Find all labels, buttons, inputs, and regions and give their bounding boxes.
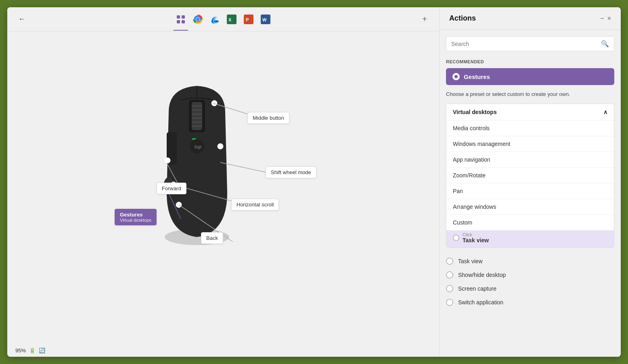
svg-text:logi: logi (195, 144, 202, 149)
tab-icons: X P W (174, 12, 273, 27)
search-icon: 🔍 (601, 40, 609, 48)
dropdown-item-arrange[interactable]: Arrange windows (446, 199, 614, 215)
tab-word[interactable]: W (258, 12, 273, 27)
dropdown-item-custom[interactable]: Custom (446, 215, 614, 231)
svg-rect-2 (177, 20, 180, 23)
label-forward[interactable]: Forward (157, 183, 186, 194)
task-view-radio (453, 235, 459, 241)
tab-edge[interactable] (207, 12, 222, 27)
dropdown-item-zoom[interactable]: Zoom/Rotate (446, 168, 614, 183)
tab-excel[interactable]: X (224, 12, 239, 27)
radio-options: Task view Show/hide desktop Screen captu… (446, 254, 614, 309)
panel-title: Actions (449, 14, 476, 23)
task-view-small-label: Click (463, 232, 489, 237)
svg-rect-15 (167, 132, 177, 164)
left-panel: ← (7, 7, 439, 357)
tab-chrome[interactable] (190, 12, 205, 27)
svg-line-42 (167, 191, 181, 219)
window-controls: − × (600, 15, 611, 22)
mouse-diagram: logi (7, 31, 439, 344)
svg-point-7 (214, 20, 219, 23)
dropdown-container: Virtual desktops ∧ Media controls Window… (446, 104, 614, 248)
add-tab-button[interactable]: + (418, 13, 431, 26)
svg-text:W: W (262, 17, 267, 22)
close-button[interactable]: × (607, 15, 611, 22)
label-back[interactable]: Back (201, 232, 223, 244)
minimize-button[interactable]: − (600, 15, 604, 22)
dropdown-items: Media controls Windows management App na… (446, 120, 614, 248)
svg-point-25 (190, 139, 204, 154)
tab-grid[interactable] (174, 12, 188, 27)
dropdown-item-media[interactable]: Media controls (446, 121, 614, 136)
panel-header: Actions − × (440, 7, 621, 30)
dropdown-item-task-view-highlighted[interactable]: Click Task view (446, 231, 614, 248)
search-input[interactable] (451, 41, 601, 47)
mouse-area: logi (7, 31, 439, 344)
radio-screen-capture[interactable]: Screen capture (446, 282, 614, 295)
radio-switch-app[interactable]: Switch application (446, 295, 614, 309)
svg-rect-17 (192, 102, 202, 130)
status-bar: 95% 🔋 🔄 (7, 344, 439, 357)
radio-show-hide[interactable]: Show/hide desktop (446, 268, 614, 282)
search-box: 🔍 (446, 36, 614, 51)
radio-task-view[interactable]: Task view (446, 254, 614, 268)
svg-point-33 (218, 144, 223, 149)
svg-text:X: X (228, 17, 232, 22)
sync-icon: 🔄 (39, 347, 45, 354)
recommended-label: RECOMMENDED (446, 59, 614, 64)
dropdown-item-pan[interactable]: Pan (446, 183, 614, 199)
svg-rect-16 (189, 100, 205, 132)
battery-icon: 🔋 (29, 347, 36, 354)
panel-content: 🔍 RECOMMENDED Gestures Choose a preset o… (440, 30, 621, 357)
svg-text:P: P (246, 17, 249, 22)
svg-point-37 (176, 202, 182, 208)
svg-rect-0 (177, 15, 180, 19)
svg-rect-1 (182, 15, 185, 19)
back-button[interactable]: ← (15, 13, 28, 26)
label-gestures[interactable]: Gestures Virtual desktops (115, 209, 157, 225)
chevron-up-icon: ∧ (603, 109, 607, 115)
svg-point-32 (211, 100, 217, 106)
top-bar: ← (7, 7, 439, 31)
label-horizontal-scroll[interactable]: Horizontal scroll (231, 199, 279, 210)
gestures-button[interactable]: Gestures (446, 68, 614, 85)
svg-rect-24 (192, 138, 196, 140)
battery-percent: 95% (15, 347, 26, 354)
label-shift-wheel[interactable]: Shift wheel mode (266, 166, 316, 178)
dropdown-item-app[interactable]: App navigation (446, 152, 614, 168)
task-view-main-label: Task view (463, 237, 489, 243)
svg-point-6 (196, 18, 199, 21)
main-window: ← (7, 7, 621, 357)
label-middle-button[interactable]: Middle button (247, 112, 289, 124)
tab-powerpoint[interactable]: P (241, 12, 256, 27)
gestures-radio (452, 73, 460, 80)
svg-point-34 (165, 158, 170, 163)
choose-text: Choose a preset or select custom to crea… (446, 91, 614, 98)
right-panel: Actions − × 🔍 RECOMMENDED Gestures Choos… (439, 7, 621, 357)
dropdown-item-windows[interactable]: Windows management (446, 136, 614, 152)
svg-rect-3 (182, 20, 185, 23)
dropdown-header[interactable]: Virtual desktops ∧ (446, 104, 614, 120)
